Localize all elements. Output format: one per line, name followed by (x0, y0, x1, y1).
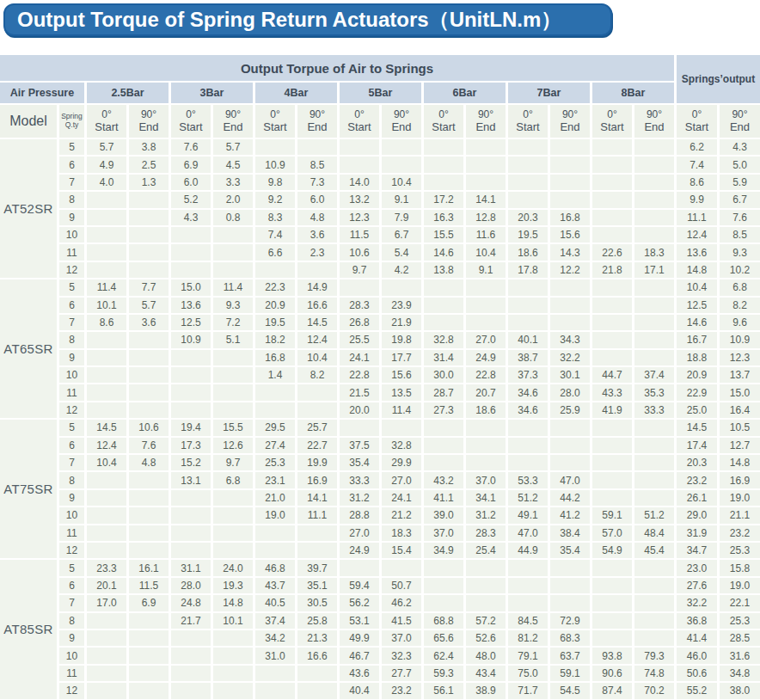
torque-cell (466, 560, 506, 575)
torque-cell (466, 420, 506, 435)
torque-cell (129, 543, 169, 558)
torque-cell: 11.1 (297, 507, 337, 523)
torque-cell: 25.5 (340, 332, 379, 347)
torque-cell: 4.2 (382, 262, 421, 278)
angle-start-header: 0°Start (592, 105, 632, 138)
torque-cell: 28.0 (171, 578, 211, 593)
spring-qty-cell: 7 (59, 595, 84, 611)
torque-cell (255, 525, 295, 541)
torque-cell: 6.0 (297, 192, 337, 207)
torque-cell: 25.3 (720, 543, 760, 558)
torque-cell: 28.7 (424, 384, 463, 400)
torque-cell (213, 666, 253, 681)
torque-cell (634, 350, 674, 365)
torque-cell (592, 560, 632, 575)
torque-cell: 55.2 (677, 683, 717, 698)
torque-cell (466, 455, 506, 470)
torque-cell (87, 490, 126, 506)
torque-cell (466, 578, 506, 593)
torque-cell: 12.4 (87, 438, 126, 453)
torque-cell: 41.2 (550, 507, 590, 523)
torque-cell: 7.4 (255, 227, 295, 243)
torque-cell (592, 472, 632, 488)
torque-cell: 16.9 (297, 472, 337, 488)
torque-cell (129, 244, 169, 260)
torque-cell: 34.2 (255, 630, 295, 646)
spring-qty-cell: 10 (59, 507, 84, 523)
torque-cell (87, 367, 126, 383)
angle-end-header: 90°End (213, 105, 253, 138)
torque-cell: 34.6 (508, 384, 548, 400)
torque-cell: 6.9 (129, 595, 169, 611)
torque-cell: 1.4 (255, 367, 295, 383)
torque-cell: 6.7 (720, 192, 760, 207)
torque-cell (592, 420, 632, 435)
torque-cell (87, 630, 126, 646)
torque-cell (213, 683, 253, 698)
torque-cell (171, 525, 211, 541)
torque-cell: 35.4 (550, 543, 590, 558)
torque-cell (87, 384, 126, 400)
torque-cell (424, 578, 463, 593)
torque-cell: 1.3 (129, 175, 169, 190)
spring-qty-cell: 8 (59, 613, 84, 629)
torque-cell: 11.6 (466, 227, 506, 243)
torque-cell: 24.0 (213, 560, 253, 575)
torque-cell (508, 192, 548, 207)
torque-cell: 25.8 (297, 613, 337, 629)
torque-cell (255, 262, 295, 278)
torque-cell (634, 613, 674, 629)
torque-cell (129, 490, 169, 506)
torque-cell (87, 402, 126, 418)
torque-cell: 25.9 (550, 402, 590, 418)
torque-cell: 81.2 (508, 630, 548, 646)
torque-cell: 9.7 (213, 455, 253, 470)
torque-cell: 79.1 (508, 648, 548, 663)
torque-cell: 84.5 (508, 613, 548, 629)
torque-cell (213, 543, 253, 558)
torque-cell: 30.1 (550, 367, 590, 383)
torque-cell: 27.0 (382, 472, 421, 488)
spring-qty-cell: 6 (59, 298, 84, 313)
torque-cell: 16.4 (720, 402, 760, 418)
torque-cell (466, 438, 506, 453)
torque-cell (129, 525, 169, 541)
torque-cell: 46.7 (340, 648, 379, 663)
torque-cell (508, 595, 548, 611)
torque-cell: 16.6 (297, 648, 337, 663)
torque-cell: 15.8 (720, 560, 760, 575)
spring-qty-cell: 5 (59, 420, 84, 435)
torque-cell (213, 350, 253, 365)
torque-cell (171, 227, 211, 243)
torque-cell: 12.3 (340, 210, 379, 225)
angle-start-header: 0°Start (255, 105, 295, 138)
torque-cell: 14.8 (720, 455, 760, 470)
torque-cell (550, 595, 590, 611)
torque-cell (171, 367, 211, 383)
torque-cell: 50.6 (677, 666, 717, 681)
torque-cell (466, 298, 506, 313)
torque-cell: 21.1 (720, 507, 760, 523)
torque-cell (340, 157, 379, 172)
torque-cell: 93.8 (592, 648, 632, 663)
torque-cell (508, 578, 548, 593)
torque-cell: 56.2 (340, 595, 379, 611)
torque-cell (550, 157, 590, 172)
torque-cell: 13.1 (171, 472, 211, 488)
torque-cell: 59.4 (340, 578, 379, 593)
torque-cell: 24.1 (382, 490, 421, 506)
torque-cell (634, 472, 674, 488)
torque-cell (129, 262, 169, 278)
torque-cell: 57.0 (592, 525, 632, 541)
torque-cell (129, 332, 169, 347)
torque-cell: 23.2 (677, 472, 717, 488)
torque-cell: 15.6 (550, 227, 590, 243)
torque-cell: 12.5 (171, 315, 211, 330)
torque-cell: 32.2 (550, 350, 590, 365)
torque-cell (87, 613, 126, 629)
torque-cell (592, 630, 632, 646)
torque-cell: 9.3 (213, 298, 253, 313)
torque-cell: 65.6 (424, 630, 463, 646)
torque-cell: 21.7 (171, 613, 211, 629)
torque-cell (171, 648, 211, 663)
